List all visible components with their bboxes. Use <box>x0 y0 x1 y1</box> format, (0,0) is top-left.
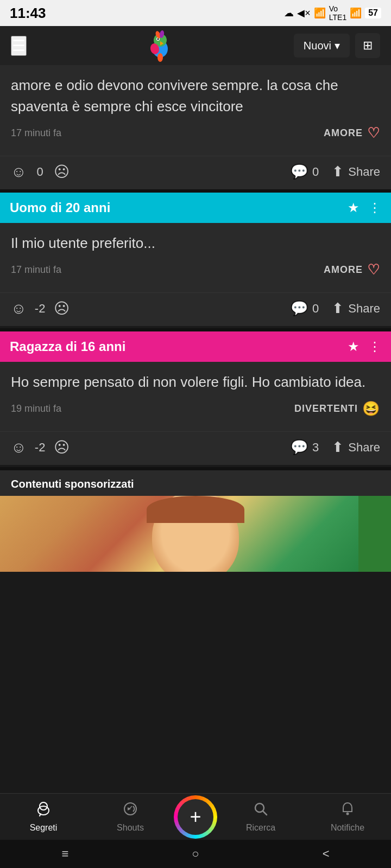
post-card-1: amore e odio devono convivere sempre. la… <box>0 65 391 189</box>
segreti-label: Segreti <box>30 823 58 833</box>
add-icon-inner: + <box>178 799 213 835</box>
post-meta-1: 17 minuti fa AMORE ♡ <box>11 125 380 142</box>
post-text-3: Ho sempre pensato di non volere figli. H… <box>11 372 380 393</box>
star-icon-3[interactable]: ★ <box>348 339 360 354</box>
comment-count-2: 0 <box>312 302 319 316</box>
post-card-2: Uomo di 20 anni ★ ⋮ Il mio utente prefer… <box>0 193 391 326</box>
post-meta-2: 17 minuti fa AMORE ♡ <box>11 261 380 278</box>
post-card-3: Ragazza di 16 anni ★ ⋮ Ho sempre pensato… <box>0 331 391 465</box>
comment-group-1[interactable]: 💬 0 <box>291 163 319 180</box>
banner-title-3: Ragazza di 16 anni <box>10 339 125 354</box>
downvote-button-2[interactable]: ☹ <box>54 299 70 317</box>
post-time-1: 17 minuti fa <box>11 127 61 139</box>
comment-icon-3: 💬 <box>291 439 308 456</box>
comment-group-3[interactable]: 💬 3 <box>291 439 319 456</box>
network-label: VoLTE1 <box>329 4 346 22</box>
android-menu-button[interactable]: ≡ <box>62 847 69 861</box>
sponsored-label: Contenuti sponsorizzati <box>0 470 391 496</box>
comment-group-2[interactable]: 💬 0 <box>291 300 319 317</box>
android-back-button[interactable]: < <box>323 847 330 861</box>
nav-right: Nuovi ▾ ⊞ <box>294 33 380 58</box>
post-actions-2: ☺ -2 ☹ 💬 0 ⬆ Share <box>0 292 391 326</box>
sponsored-section: Contenuti sponsorizzati <box>0 470 391 572</box>
shouts-label: Shouts <box>117 823 144 833</box>
nuovi-label: Nuovi <box>304 40 331 52</box>
feed: amore e odio devono convivere sempre. la… <box>0 65 391 572</box>
sponsored-image[interactable] <box>0 496 391 572</box>
nav-item-notifiche[interactable]: Notifiche <box>304 801 391 833</box>
downvote-button-1[interactable]: ☹ <box>54 163 70 181</box>
vote-group-2: ☺ -2 ☹ <box>11 299 291 317</box>
svg-point-7 <box>157 53 163 62</box>
more-icon-2[interactable]: ⋮ <box>368 200 381 215</box>
comment-count-3: 3 <box>312 441 319 455</box>
share-icon-3: ⬆ <box>332 439 344 456</box>
signal-mute-icon: ◀× <box>297 7 311 19</box>
tag-label-3: DIVERTENTI <box>294 403 358 414</box>
nav-item-segreti[interactable]: Segreti <box>0 801 87 833</box>
post-body-3: Ho sempre pensato di non volere figli. H… <box>0 362 391 431</box>
post-tag-3: DIVERTENTI 😆 <box>294 400 380 417</box>
share-label-1: Share <box>348 165 380 179</box>
plus-icon: + <box>190 807 201 827</box>
share-button-2[interactable]: ⬆ Share <box>332 300 380 317</box>
shouts-icon <box>122 801 138 821</box>
heart-icon-2: ♡ <box>367 261 380 278</box>
status-time: 11:43 <box>10 5 46 22</box>
downvote-button-3[interactable]: ☹ <box>54 438 70 456</box>
svg-point-18 <box>346 813 349 815</box>
status-bar: 11:43 ☁ ◀× 📶 VoLTE1 📶 57 <box>0 0 391 26</box>
banner-actions-2: ★ ⋮ <box>348 200 381 215</box>
more-icon-3[interactable]: ⋮ <box>368 339 381 354</box>
hamburger-menu-button[interactable]: ☰ <box>11 36 27 56</box>
bottom-nav: Segreti Shouts + Ricerca <box>0 793 391 840</box>
android-home-button[interactable]: ○ <box>192 847 199 861</box>
filter-icon: ⊞ <box>363 39 373 52</box>
banner-title-2: Uomo di 20 anni <box>10 200 110 215</box>
battery-icon: 57 <box>365 8 381 18</box>
signal-bars-icon: 📶 <box>350 7 362 19</box>
share-button-1[interactable]: ⬆ Share <box>332 163 380 180</box>
vote-group-1: ☺ 0 ☹ <box>11 163 291 181</box>
post-actions-3: ☺ -2 ☹ 💬 3 ⬆ Share <box>0 431 391 465</box>
post-text-2: Il mio utente preferito... <box>11 233 380 254</box>
dropdown-icon: ▾ <box>335 39 340 52</box>
comment-icon-2: 💬 <box>291 300 308 317</box>
share-label-3: Share <box>348 441 380 455</box>
filter-button[interactable]: ⊞ <box>355 33 380 58</box>
top-nav: ☰ Nuovi ▾ ⊞ <box>0 26 391 65</box>
post-banner-3: Ragazza di 16 anni ★ ⋮ <box>0 331 391 362</box>
tag-label-1: AMORE <box>324 127 363 139</box>
share-label-2: Share <box>348 302 380 316</box>
notifiche-label: Notifiche <box>331 823 364 833</box>
post-body-2: Il mio utente preferito... 17 minuti fa … <box>0 223 391 292</box>
post-tag-2: AMORE ♡ <box>324 261 380 278</box>
post-time-2: 17 minuti fa <box>11 264 61 276</box>
upvote-button-1[interactable]: ☺ <box>11 163 27 181</box>
vote-count-3: -2 <box>32 441 48 455</box>
vote-count-1: 0 <box>32 165 48 179</box>
nav-item-shouts[interactable]: Shouts <box>87 801 174 833</box>
banner-actions-3: ★ ⋮ <box>348 339 381 354</box>
tag-label-2: AMORE <box>324 264 363 276</box>
share-button-3[interactable]: ⬆ Share <box>332 439 380 456</box>
share-icon-1: ⬆ <box>332 163 344 180</box>
notifiche-icon <box>339 801 356 821</box>
post-actions-1: ☺ 0 ☹ 💬 0 ⬆ Share <box>0 156 391 189</box>
laugh-icon-3: 😆 <box>362 400 380 417</box>
ricerca-icon <box>253 801 269 821</box>
android-nav: ≡ ○ < <box>0 840 391 868</box>
upvote-button-2[interactable]: ☺ <box>11 300 27 317</box>
star-icon-2[interactable]: ★ <box>348 200 360 215</box>
nuovi-dropdown-button[interactable]: Nuovi ▾ <box>294 34 350 58</box>
comment-count-1: 0 <box>312 165 319 179</box>
post-body-1: amore e odio devono convivere sempre. la… <box>0 65 391 156</box>
svg-point-5 <box>157 39 159 40</box>
upvote-button-3[interactable]: ☺ <box>11 439 27 456</box>
add-button[interactable]: + <box>174 795 217 839</box>
comment-icon-1: 💬 <box>291 163 308 180</box>
post-text-1: amore e odio devono convivere sempre. la… <box>11 75 380 117</box>
vote-group-3: ☺ -2 ☹ <box>11 438 291 456</box>
nav-item-ricerca[interactable]: Ricerca <box>217 801 304 833</box>
vote-count-2: -2 <box>32 302 48 316</box>
